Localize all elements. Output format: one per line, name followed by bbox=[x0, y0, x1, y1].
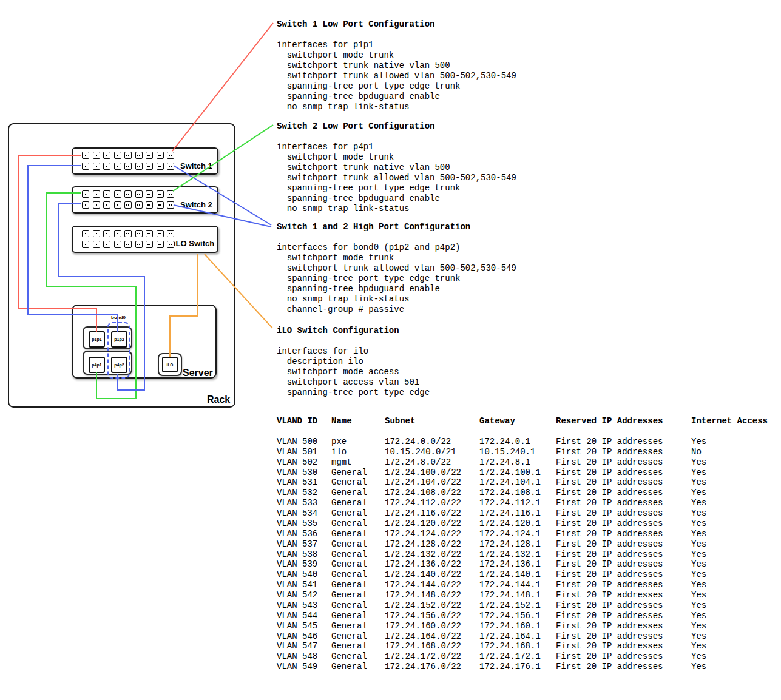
ilo-switch-port-row-top bbox=[82, 230, 174, 237]
switch-port bbox=[157, 152, 164, 159]
config-line: channel-group # passive bbox=[277, 305, 516, 315]
vlan-table-row: VLAN 533 General 172.24.112.0/22 172.24.… bbox=[277, 498, 768, 508]
cell-vlan-id: VLAN 533 bbox=[277, 498, 331, 508]
switch-port bbox=[124, 152, 132, 159]
vlan-table-row: VLAN 531 General 172.24.104.0/22 172.24.… bbox=[277, 477, 768, 488]
switch-port bbox=[167, 152, 174, 159]
switch-port bbox=[103, 152, 110, 159]
switch-port bbox=[167, 230, 174, 237]
cell-reserved: First 20 IP addresses bbox=[556, 570, 691, 580]
cell-internet: Yes bbox=[691, 662, 768, 672]
cell-internet: Yes bbox=[691, 621, 768, 631]
vlan-table-row: VLAN 535 General 172.24.120.0/22 172.24.… bbox=[277, 519, 768, 529]
cell-gateway: 172.24.0.1 bbox=[479, 437, 556, 447]
cell-internet: No bbox=[691, 447, 768, 457]
cell-reserved: First 20 IP addresses bbox=[556, 447, 691, 457]
switch-port bbox=[146, 201, 153, 209]
vlan-table-row: VLAN 540 General 172.24.140.0/22 172.24.… bbox=[277, 570, 768, 580]
cell-gateway: 172.24.116.1 bbox=[479, 508, 556, 519]
cell-name: General bbox=[331, 550, 385, 560]
cell-subnet: 172.24.104.0/22 bbox=[385, 477, 479, 488]
vlan-table-row: VLAN 545 General 172.24.160.0/22 172.24.… bbox=[277, 621, 768, 631]
config-line: switchport mode trunk bbox=[277, 152, 516, 163]
config-line: switchport mode access bbox=[277, 367, 430, 377]
col-header-internet: Internet Access bbox=[691, 416, 768, 426]
config-line: interfaces for ilo bbox=[277, 346, 430, 357]
config-line: interfaces for p1p1 bbox=[277, 40, 516, 50]
switch-port bbox=[82, 201, 89, 209]
config-line: switchport access vlan 501 bbox=[277, 377, 430, 388]
cell-vlan-id: VLAN 502 bbox=[277, 457, 331, 468]
cell-name: General bbox=[331, 590, 385, 601]
cell-internet: Yes bbox=[691, 477, 768, 488]
cell-gateway: 172.24.136.1 bbox=[479, 559, 556, 570]
switch2-port-row-top bbox=[82, 190, 174, 198]
cell-vlan-id: VLAN 543 bbox=[277, 601, 331, 611]
vlan-table-row: VLAN 547 General 172.24.168.0/22 172.24.… bbox=[277, 641, 768, 651]
cell-name: General bbox=[331, 477, 385, 488]
switch-port bbox=[82, 241, 89, 248]
cell-gateway: 172.24.168.1 bbox=[479, 641, 556, 651]
cell-vlan-id: VLAN 538 bbox=[277, 550, 331, 560]
cell-reserved: First 20 IP addresses bbox=[556, 662, 691, 672]
vlan-table-row: VLAN 502 mgmt 172.24.8.0/22 172.24.8.1 F… bbox=[277, 457, 768, 468]
switch-port bbox=[103, 241, 110, 248]
cell-vlan-id: VLAN 541 bbox=[277, 580, 331, 590]
vlan-table-row: VLAN 544 General 172.24.156.0/22 172.24.… bbox=[277, 611, 768, 621]
cell-subnet: 172.24.112.0/22 bbox=[385, 498, 479, 508]
config-lines: interfaces for bond0 (p1p2 and p4p2) swi… bbox=[277, 243, 516, 315]
switch-port bbox=[124, 241, 132, 248]
switch-port bbox=[82, 190, 89, 198]
cell-internet: Yes bbox=[691, 559, 768, 570]
config-line: spanning-tree bpduguard enable bbox=[277, 194, 516, 204]
switch-port bbox=[146, 190, 153, 198]
cell-gateway: 172.24.144.1 bbox=[479, 580, 556, 590]
switch-port bbox=[93, 163, 100, 170]
cell-internet: Yes bbox=[691, 529, 768, 539]
switch-port bbox=[93, 152, 100, 159]
config-title: Switch 1 Low Port Configuration bbox=[277, 19, 516, 30]
cell-reserved: First 20 IP addresses bbox=[556, 437, 691, 447]
cell-reserved: First 20 IP addresses bbox=[556, 468, 691, 478]
cell-gateway: 172.24.124.1 bbox=[479, 529, 556, 539]
config-line: spanning-tree port type edge trunk bbox=[277, 183, 516, 194]
cell-name: General bbox=[331, 488, 385, 498]
config-line: interfaces for p4p1 bbox=[277, 142, 516, 152]
config-line: switchport mode trunk bbox=[277, 253, 516, 263]
switch-port bbox=[103, 201, 110, 209]
cell-subnet: 172.24.156.0/22 bbox=[385, 611, 479, 621]
cell-name: General bbox=[331, 611, 385, 621]
cell-vlan-id: VLAN 537 bbox=[277, 539, 331, 550]
col-header-vlan-id: VLAND ID bbox=[277, 416, 331, 426]
cell-internet: Yes bbox=[691, 519, 768, 529]
cell-subnet: 172.24.124.0/22 bbox=[385, 529, 479, 539]
col-header-name: Name bbox=[331, 416, 385, 426]
cell-gateway: 172.24.164.1 bbox=[479, 631, 556, 642]
cell-gateway: 172.24.140.1 bbox=[479, 570, 556, 580]
vlan-table-row: VLAN 542 General 172.24.148.0/22 172.24.… bbox=[277, 590, 768, 601]
switch-port bbox=[167, 190, 174, 198]
cell-subnet: 172.24.100.0/22 bbox=[385, 468, 479, 478]
config-line: switchport trunk allowed vlan 500-502,53… bbox=[277, 71, 516, 81]
ilo-switch-label: iLO Switch bbox=[174, 239, 214, 248]
cell-subnet: 172.24.108.0/22 bbox=[385, 488, 479, 498]
vlan-table-row: VLAN 536 General 172.24.124.0/22 172.24.… bbox=[277, 529, 768, 539]
vlan-table-row: VLAN 538 General 172.24.132.0/22 172.24.… bbox=[277, 550, 768, 560]
rack-label: Rack bbox=[207, 394, 230, 405]
cell-name: General bbox=[331, 601, 385, 611]
cell-vlan-id: VLAN 500 bbox=[277, 437, 331, 447]
switch-port bbox=[146, 241, 153, 248]
cell-name: General bbox=[331, 519, 385, 529]
cell-vlan-id: VLAN 544 bbox=[277, 611, 331, 621]
vlan-table-row: VLAN 537 General 172.24.128.0/22 172.24.… bbox=[277, 539, 768, 550]
switch-port bbox=[114, 163, 121, 170]
switch-port bbox=[114, 241, 121, 248]
switch-port bbox=[124, 230, 132, 237]
cell-internet: Yes bbox=[691, 611, 768, 621]
cell-subnet: 172.24.160.0/22 bbox=[385, 621, 479, 631]
bond0-label: bond0 bbox=[103, 315, 134, 320]
cell-reserved: First 20 IP addresses bbox=[556, 508, 691, 519]
config-line: switchport trunk allowed vlan 500-502,53… bbox=[277, 173, 516, 183]
config-line: no snmp trap link-status bbox=[277, 204, 516, 214]
cell-vlan-id: VLAN 546 bbox=[277, 631, 331, 642]
